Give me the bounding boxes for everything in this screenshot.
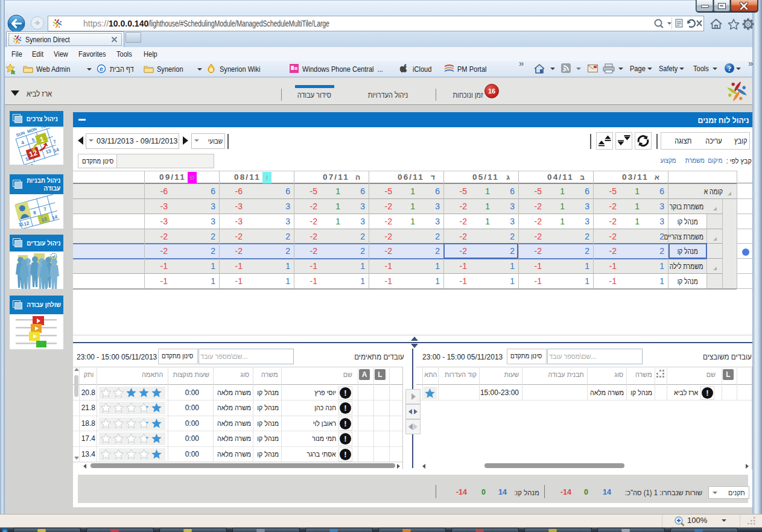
svg-text:14: 14 [52, 147, 60, 153]
svg-text:12: 12 [23, 220, 30, 227]
svg-text:4: 4 [21, 140, 25, 146]
svg-text:e: e [100, 65, 103, 72]
svg-text:?: ? [728, 65, 731, 73]
svg-text:7: 7 [52, 139, 57, 145]
svg-text:13: 13 [45, 148, 52, 154]
svg-text:10: 10 [28, 163, 35, 165]
svg-text:TUE: TUE [40, 127, 49, 130]
svg-text:7: 7 [43, 206, 47, 212]
svg-text:5: 5 [31, 137, 36, 143]
svg-text:8: 8 [33, 210, 37, 216]
